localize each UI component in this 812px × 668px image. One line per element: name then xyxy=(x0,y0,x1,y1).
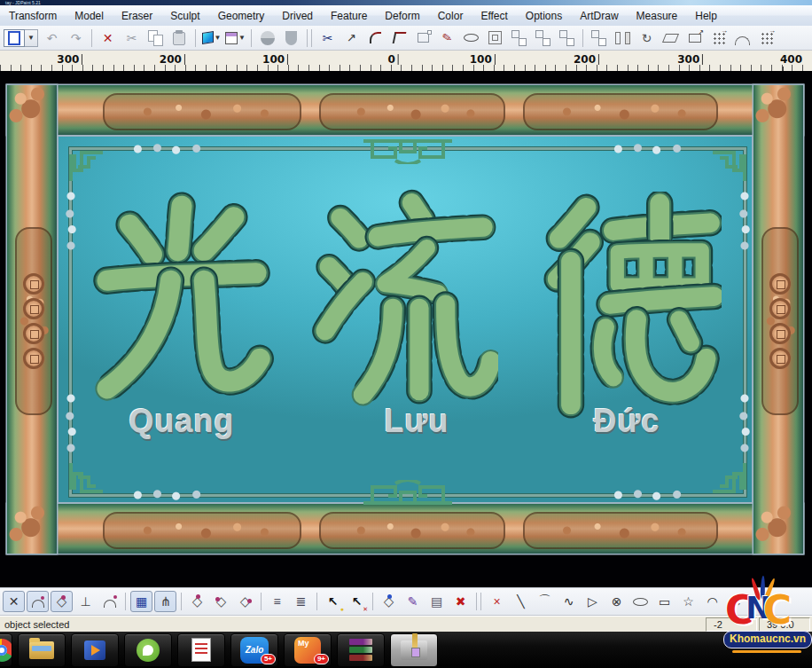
taskbar-coccoc[interactable] xyxy=(124,633,172,667)
chevron-down-icon[interactable]: ▼ xyxy=(25,29,38,47)
tangent-snap-icon[interactable] xyxy=(98,591,121,612)
panel-name-lưu[interactable]: Lưu xyxy=(384,403,449,440)
taskbar-jdpaint[interactable] xyxy=(390,633,438,667)
carved-character-德[interactable] xyxy=(528,192,722,420)
copy-icon[interactable] xyxy=(144,28,167,49)
pick-object-icon[interactable] xyxy=(378,591,400,612)
rect-tool-icon[interactable]: ▭ xyxy=(653,591,675,612)
mirror-icon[interactable] xyxy=(612,28,634,49)
ruler-ticks xyxy=(0,65,812,71)
menu-eraser[interactable]: Eraser xyxy=(113,8,161,24)
wireframe-mode-icon[interactable]: ▼ xyxy=(224,28,246,49)
taskbar-media-player[interactable] xyxy=(71,633,119,667)
toolbar-separator xyxy=(125,593,126,610)
chevron-down-icon[interactable]: ▼ xyxy=(238,34,246,42)
taskbar-zalo[interactable]: Zalo5+ xyxy=(230,633,278,667)
arc-array-icon[interactable] xyxy=(731,28,753,49)
menu-model[interactable]: Model xyxy=(66,8,113,24)
trim-curve-icon[interactable]: ✂ xyxy=(316,28,339,49)
menu-sculpt[interactable]: Sculpt xyxy=(161,8,208,24)
delete-icon[interactable]: ✕ xyxy=(97,28,119,49)
grid-snap-icon[interactable]: ▦ xyxy=(130,591,152,612)
align-stack-icon[interactable]: ≡ xyxy=(266,591,288,612)
rotate-icon[interactable]: ↻ xyxy=(636,28,658,49)
circle-tool-icon[interactable]: ⊗ xyxy=(605,591,628,612)
paste-icon[interactable] xyxy=(168,28,191,49)
menu-feature[interactable]: Feature xyxy=(322,8,376,24)
chrome-icon xyxy=(0,639,12,662)
dome-tool-icon[interactable]: ◠ xyxy=(701,591,723,612)
taskbar-explorer[interactable] xyxy=(18,633,66,667)
cut-icon[interactable]: ✂ xyxy=(121,28,143,49)
menu-options[interactable]: Options xyxy=(517,8,571,24)
point-tool-icon[interactable]: × xyxy=(486,591,508,612)
panel-name-quang[interactable]: Quang xyxy=(129,403,235,440)
object-list-icon[interactable]: ▤ xyxy=(426,591,448,612)
spline-tool-icon[interactable]: ∿ xyxy=(558,591,580,612)
copy-offset-icon[interactable] xyxy=(532,28,554,49)
panel-name-đức[interactable]: Đức xyxy=(593,403,660,440)
delete-object-icon[interactable]: ✖ xyxy=(449,591,472,612)
grid-array-icon[interactable] xyxy=(707,28,730,49)
sketch-icon[interactable] xyxy=(436,28,458,49)
node-snap-icon[interactable] xyxy=(51,591,73,612)
align-top-icon[interactable]: ≣ xyxy=(290,591,312,612)
watermark-site-pill: Khomaucnc.vn xyxy=(723,631,812,648)
frame-cartouche-top-center xyxy=(319,93,505,130)
carved-character-流[interactable] xyxy=(310,188,498,417)
close-curve-icon[interactable] xyxy=(412,28,434,49)
snap-corner-icon[interactable] xyxy=(210,591,232,612)
relief-sphere-icon[interactable] xyxy=(256,28,278,49)
deselect-icon[interactable]: ✕ xyxy=(346,591,368,612)
horizontal-ruler: 3002001000100200300400 xyxy=(0,51,812,72)
line-tool-icon[interactable]: ╲ xyxy=(510,591,532,612)
carved-character-光[interactable] xyxy=(89,192,275,418)
menu-transform[interactable]: Transform xyxy=(0,8,66,24)
snap-center-icon[interactable] xyxy=(234,591,256,612)
taskbar-mybk[interactable]: My9+ xyxy=(284,633,332,667)
menu-help[interactable]: Help xyxy=(686,8,726,24)
silver-scroll-right xyxy=(739,185,750,256)
axis-origin-icon[interactable]: ⊥ xyxy=(74,591,97,612)
menu-deform[interactable]: Deform xyxy=(376,8,428,24)
silver-scroll-bottom-right xyxy=(605,490,691,500)
move-copy-icon[interactable] xyxy=(588,28,610,49)
menu-effect[interactable]: Effect xyxy=(472,8,516,24)
axis-3d-icon[interactable]: ⋔ xyxy=(154,591,176,612)
carved-panel-artwork[interactable]: QuangLưuĐức xyxy=(7,85,803,554)
polygon-tool-icon[interactable]: ▷ xyxy=(582,591,604,612)
taskbar-chrome[interactable] xyxy=(0,633,12,667)
menu-artdraw[interactable]: ArtDraw xyxy=(571,8,627,24)
taskbar-notepad[interactable] xyxy=(177,633,225,667)
ellipse-offset-icon[interactable] xyxy=(460,28,482,49)
copy-object-icon[interactable] xyxy=(508,28,530,49)
snap-mid-icon[interactable] xyxy=(186,591,208,612)
style-selector[interactable]: ▼ xyxy=(4,29,38,47)
surface-mode-icon[interactable]: ▼ xyxy=(200,28,223,49)
menu-measure[interactable]: Measure xyxy=(628,8,687,24)
menu-drived[interactable]: Drived xyxy=(273,8,322,24)
shear-icon[interactable] xyxy=(660,28,682,49)
chevron-down-icon[interactable]: ▼ xyxy=(215,34,222,42)
arc-fit-icon[interactable] xyxy=(27,591,49,612)
menu-color[interactable]: Color xyxy=(429,8,472,24)
scale-icon[interactable] xyxy=(683,28,706,49)
menu-geometry[interactable]: Geometry xyxy=(209,8,274,24)
edit-node-icon[interactable]: ✎ xyxy=(402,591,424,612)
extend-curve-icon[interactable] xyxy=(340,28,363,49)
undo-icon[interactable]: ↶ xyxy=(41,28,63,49)
relief-dome-icon[interactable] xyxy=(280,28,302,49)
redo-icon[interactable]: ↷ xyxy=(65,28,87,49)
node-edit-icon[interactable]: ✕ xyxy=(3,591,25,612)
taskbar-winrar[interactable] xyxy=(337,633,385,667)
array-partial-icon[interactable] xyxy=(755,28,777,49)
copy-points-icon[interactable] xyxy=(556,28,578,49)
star-tool-icon[interactable]: ☆ xyxy=(677,591,699,612)
pick-node-icon[interactable]: ● xyxy=(322,591,344,612)
canvas-viewport[interactable]: QuangLưuĐức xyxy=(0,71,812,587)
fillet-icon[interactable] xyxy=(364,28,386,49)
arc-tool-icon[interactable]: ⌒ xyxy=(534,591,556,612)
chamfer-icon[interactable] xyxy=(388,28,410,49)
ellipse-tool-icon[interactable] xyxy=(629,591,652,612)
offset-contour-icon[interactable] xyxy=(484,28,506,49)
